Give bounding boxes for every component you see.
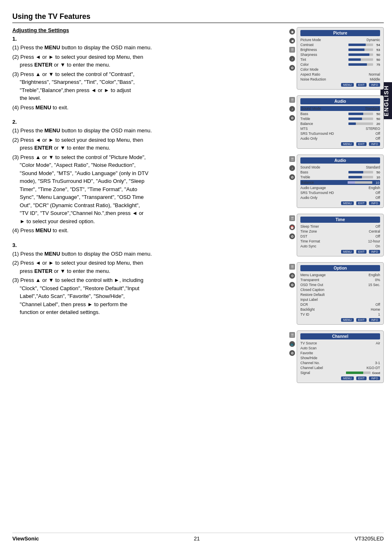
audio2-row-srs: SRS TruSurround HD Off (300, 191, 380, 195)
channel-exit-btn[interactable]: EXIT (356, 376, 367, 380)
channel-row-signal: Signal Good (300, 371, 380, 375)
option-exit-btn[interactable]: EXIT (356, 318, 367, 322)
audio1-treble-label: Treble (300, 117, 325, 121)
channel-settings-icon: ✿ (289, 350, 295, 356)
audio1-srs-label: SRS TruSurround HD (300, 132, 334, 136)
sharpness-label: Sharpness (300, 53, 325, 57)
audio2-bass-bar-bg (348, 171, 373, 173)
section-1-steps: (1) Press the MENU button to display the… (12, 44, 281, 111)
audio1-treble-bar-bg (348, 118, 373, 120)
audio2-panel-title: Audio (300, 157, 380, 164)
channel-signal-label: Signal (300, 371, 325, 375)
time-info-btn[interactable]: INFO (369, 250, 380, 254)
section-3: 3. (1) Press the MENU button to display … (12, 242, 281, 316)
channel-panel-title: Channel (300, 333, 380, 339)
channel-menu-btn[interactable]: MENU (341, 376, 354, 380)
tint-value: 50 (374, 58, 380, 62)
time-row-timezone: Time Zone Central (300, 229, 380, 233)
audio1-treble-fill (348, 118, 362, 120)
option-lang-value: English (369, 273, 380, 277)
timeformat-value: 12-hour (368, 239, 380, 243)
audio1-row-soundmode: Sound Mode Standard (300, 106, 380, 111)
picture-panel-title: Picture (300, 30, 380, 36)
channel-favorite-label: Favorite (300, 351, 325, 355)
option-bottom-row: MENU EXIT INFO (300, 318, 380, 322)
audio2-row-treble: Treble 10 (300, 175, 380, 179)
speaker-icon-1: ♪ (289, 56, 295, 62)
audio1-settings-icon: ✿ (289, 115, 295, 121)
audio2-settings-icon: ✿ (289, 174, 295, 180)
sharpness-bar-container: 50 (348, 53, 380, 57)
sharpness-bar-fill (348, 53, 369, 56)
time-exit-btn[interactable]: EXIT (356, 250, 367, 254)
channel-channelno-value: 3-1 (375, 361, 380, 365)
picture-row-mode: Picture Mode Dynamic (300, 38, 380, 42)
picture-screen-group: ◉ ◀ ☰ ♪ ✿ Picture Picture Mode Dynamic C… (289, 27, 384, 90)
audio2-soundmode-label: Sound Mode (300, 165, 325, 169)
audio1-menu-btn[interactable]: MENU (341, 142, 354, 146)
timezone-label: Time Zone (300, 229, 325, 233)
audio2-audiolang-label: Audio Language (300, 186, 326, 190)
brightness-label: Brightness (300, 48, 325, 52)
contrast-bar-fill (348, 44, 366, 46)
picture-row-contrast: Contrast 54 (300, 43, 380, 47)
autosync-value: On (376, 244, 380, 248)
audio2-exit-btn[interactable]: EXIT (356, 201, 367, 205)
audio2-balance-value: 10 (374, 181, 379, 185)
picture-exit-btn[interactable]: EXIT (356, 83, 367, 87)
dst-value: Off (376, 234, 380, 238)
audio2-panel: Audio Sound Mode Standard Bass 50 Treble (297, 155, 384, 208)
channel-info-btn[interactable]: INFO (369, 376, 380, 380)
audio1-bass-label: Bass (300, 112, 325, 116)
time-row-autosync: Auto Sync On (300, 244, 380, 248)
audio2-bass-fill (348, 171, 363, 173)
picture-info-btn[interactable]: INFO (369, 83, 380, 87)
option-gear-icon: ⚙ (289, 273, 295, 279)
step-2-4: (4) Press MENU to exit. (12, 226, 281, 235)
audio2-treble-bar-bg (348, 176, 373, 178)
footer-model: VT3205LED (355, 536, 384, 542)
page-footer: ViewSonic 21 VT3205LED (12, 533, 384, 542)
color-value: 75 (374, 63, 380, 67)
audio1-row-balance: Balance 20 (300, 122, 380, 126)
contrast-bar-container: 54 (348, 43, 380, 47)
audio2-speaker-icon: ♪ (289, 165, 295, 171)
channel-autoscan-label: Auto Scan (300, 346, 325, 350)
noise-value: Middle (370, 77, 380, 81)
option-panel: Option Menu Language English Transparent… (297, 262, 384, 325)
audio2-row-soundmode: Sound Mode Standard (300, 165, 380, 169)
remote-icon-1: ◉ (289, 29, 295, 35)
audio2-info-btn[interactable]: INFO (369, 201, 380, 205)
option-row-dcr: DCR Off (300, 302, 380, 307)
audio1-info-btn[interactable]: INFO (369, 142, 380, 146)
time-menu-btn[interactable]: MENU (341, 250, 354, 254)
timeformat-label: Time Format (300, 239, 325, 243)
audio1-exit-btn[interactable]: EXIT (356, 142, 367, 146)
audio2-balance-bar-bg (348, 181, 372, 184)
section-1: 1. (1) Press the MENU button to display … (12, 36, 281, 111)
option-row-closedcaption: Closed Caption (300, 288, 380, 292)
audio2-menu-btn[interactable]: MENU (341, 201, 354, 205)
audio1-balance-bar: 20 (348, 122, 380, 126)
audio2-left-icons: ☰ ♪ ✿ (289, 155, 295, 180)
audio2-srs-value: Off (376, 191, 380, 195)
option-transparent-value: 0% (375, 278, 380, 282)
dst-label: DST (300, 234, 325, 238)
audio2-audioonly-value: Off (376, 196, 380, 200)
page-container: ENGLISH Using the TV Features Adjusting … (0, 0, 392, 554)
picture-menu-btn[interactable]: MENU (341, 83, 354, 87)
audio1-treble-bar: 50 (348, 117, 380, 121)
option-info-btn[interactable]: INFO (369, 318, 380, 322)
picture-row-color: Color 75 (300, 62, 380, 67)
time-bottom-row: MENU EXIT INFO (300, 250, 380, 254)
tint-bar-fill (348, 58, 361, 61)
option-menu-btn[interactable]: MENU (341, 318, 354, 322)
audio1-bass-fill (348, 113, 363, 115)
picture-row-tint: Tint 50 (300, 58, 380, 62)
audio1-left-icons: ☰ ♪ ✿ (289, 95, 295, 121)
audio2-bass-value: 50 (374, 171, 380, 174)
option-screen-group: ☰ ⚙ ✿ Option Menu Language English Trans… (289, 262, 384, 325)
adjusting-settings-heading: Adjusting the Settings (12, 27, 281, 33)
audio1-mts-value: STEREO (366, 127, 380, 131)
step-2-1: (1) Press the MENU button to display the… (12, 127, 281, 135)
